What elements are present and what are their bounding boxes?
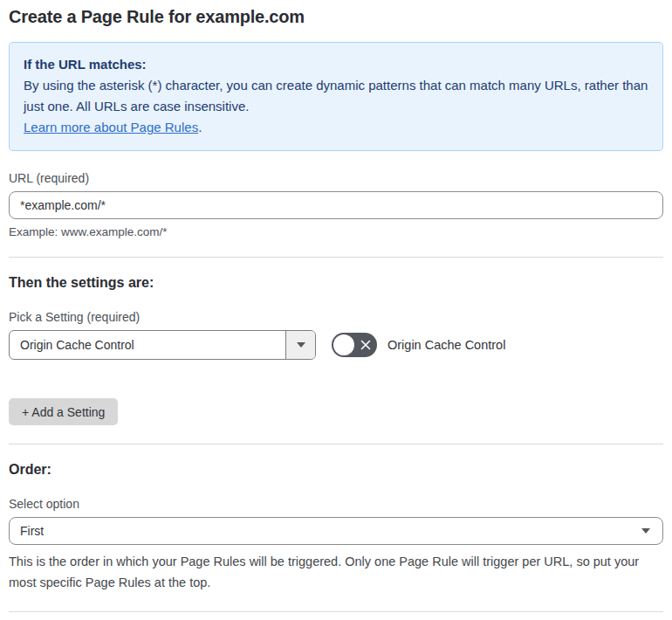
chevron-down-icon bbox=[297, 342, 305, 348]
url-input[interactable] bbox=[9, 191, 663, 219]
setting-select-arrow-button[interactable] bbox=[285, 331, 315, 359]
url-field-label: URL (required) bbox=[9, 171, 663, 185]
order-section-heading: Order: bbox=[9, 462, 663, 478]
learn-more-link[interactable]: Learn more about Page Rules bbox=[24, 120, 198, 134]
setting-select[interactable]: Origin Cache Control bbox=[9, 330, 316, 360]
toggle-knob bbox=[333, 334, 354, 355]
link-suffix: . bbox=[198, 120, 202, 134]
info-box-link-line: Learn more about Page Rules. bbox=[24, 117, 648, 138]
chevron-down-icon bbox=[641, 528, 650, 534]
origin-cache-toggle-label: Origin Cache Control bbox=[387, 338, 505, 352]
origin-cache-toggle[interactable] bbox=[332, 333, 377, 357]
url-match-info-box: If the URL matches: By using the asteris… bbox=[9, 42, 663, 151]
order-select-value: First bbox=[20, 524, 44, 538]
pick-setting-label: Pick a Setting (required) bbox=[9, 310, 663, 324]
order-select[interactable]: First bbox=[9, 517, 663, 545]
url-helper-text: Example: www.example.com/* bbox=[9, 225, 663, 238]
order-select-label: Select option bbox=[9, 497, 663, 511]
create-page-rule-form: Create a Page Rule for example.com If th… bbox=[0, 0, 672, 620]
info-box-heading: If the URL matches: bbox=[24, 54, 648, 75]
info-box-body: By using the asterisk (*) character, you… bbox=[24, 75, 648, 117]
divider bbox=[9, 444, 663, 444]
origin-cache-toggle-wrap: Origin Cache Control bbox=[332, 333, 505, 357]
divider bbox=[9, 257, 663, 258]
setting-select-value: Origin Cache Control bbox=[10, 331, 285, 359]
settings-section-heading: Then the settings are: bbox=[9, 275, 663, 291]
x-icon bbox=[360, 339, 372, 351]
add-setting-button[interactable]: + Add a Setting bbox=[9, 398, 118, 425]
divider bbox=[9, 611, 663, 612]
page-title: Create a Page Rule for example.com bbox=[9, 7, 663, 27]
setting-row: Origin Cache Control Origin Cache Contro… bbox=[9, 330, 663, 360]
order-helper-text: This is the order in which your Page Rul… bbox=[9, 551, 663, 593]
